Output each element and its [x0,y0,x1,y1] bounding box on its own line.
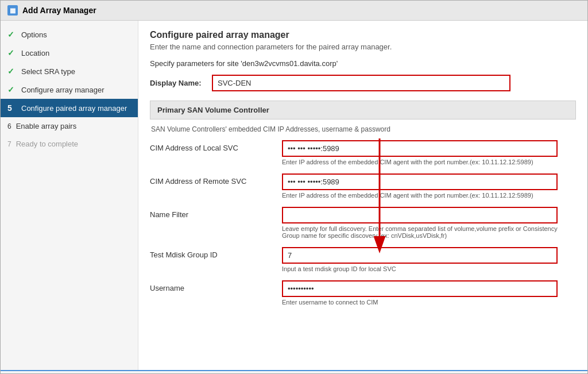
site-info: Specify parameters for site 'den3w2vcvms… [150,59,576,68]
form-hint-username: Enter username to connect to CIM [282,299,558,306]
sidebar-item-label-step3: Select SRA type [21,67,75,76]
main-content: Configure paired array manager Enter the… [138,21,587,370]
form-field-group-test-mdisk: Input a test mdisk group ID for local SV… [282,247,576,272]
form-fields: CIM Address of Local SVCEnter IP address… [150,140,576,306]
page-subtitle: Enter the name and connection parameters… [150,43,576,51]
form-hint-cim-local: Enter IP address of the embedded CIM age… [282,159,558,165]
window-title: Add Array Manager [22,6,96,15]
form-row-username: UsernameEnter username to connect to CIM [150,280,576,306]
form-label-name-filter: Name Filter [150,207,282,219]
add-array-manager-window: ▦ Add Array Manager ✓Options✓Location✓Se… [0,0,588,374]
window-icon: ▦ [7,5,18,16]
sidebar-item-label-step2: Location [21,49,49,57]
sidebar-item-step6[interactable]: 6Enable array pairs [1,117,138,135]
sidebar-item-step1[interactable]: ✓Options [1,25,138,44]
display-name-row: Display Name: [150,75,576,91]
form-row-cim-local: CIM Address of Local SVCEnter IP address… [150,140,576,165]
form-input-name-filter[interactable] [282,207,558,223]
sidebar-item-label-step7: Ready to complete [16,140,78,148]
sidebar-item-label-step1: Options [21,30,47,39]
form-hint-test-mdisk: Input a test mdisk group ID for local SV… [282,265,558,272]
form-row-name-filter: Name FilterLeave empty for full discover… [150,207,576,239]
form-input-cim-remote[interactable] [282,173,558,190]
form-field-group-name-filter: Leave empty for full discovery. Enter co… [282,207,576,239]
page-title: Configure paired array manager [150,30,576,40]
form-row-test-mdisk: Test Mdisk Group IDInput a test mdisk gr… [150,247,576,272]
form-label-cim-remote: CIM Address of Remote SVC [150,173,282,186]
form-field-group-cim-remote: Enter IP address of the embedded CIM age… [282,173,576,199]
sidebar-item-label-step5: Configure paired array manager [21,104,127,113]
title-bar: ▦ Add Array Manager [1,1,587,21]
sidebar-item-step4[interactable]: ✓Configure array manager [1,80,138,99]
form-hint-name-filter: Leave empty for full discovery. Enter co… [282,225,558,239]
section-header: Primary SAN Volume Controller [150,101,576,119]
form-input-test-mdisk[interactable] [282,247,558,264]
sidebar-item-step3[interactable]: ✓Select SRA type [1,62,138,80]
display-name-label: Display Name: [150,79,207,87]
sidebar-item-label-step6: Enable array pairs [16,122,77,130]
form-input-cim-local[interactable] [282,140,558,157]
form-row-cim-remote: CIM Address of Remote SVCEnter IP addres… [150,173,576,199]
form-input-username[interactable] [282,280,558,297]
form-label-test-mdisk: Test Mdisk Group ID [150,247,282,259]
sidebar-item-label-step4: Configure array manager [21,86,105,94]
sidebar-item-step5[interactable]: 5Configure paired array manager [1,99,138,117]
form-field-group-username: Enter username to connect to CIM [282,280,576,306]
display-name-input[interactable] [212,75,510,91]
form-field-group-cim-local: Enter IP address of the embedded CIM age… [282,140,576,165]
sidebar-item-step2[interactable]: ✓Location [1,44,138,62]
bottom-bar [1,370,587,373]
sidebar: ✓Options✓Location✓Select SRA type✓Config… [1,21,138,370]
content-area: ✓Options✓Location✓Select SRA type✓Config… [1,21,587,370]
sidebar-item-step7: 7Ready to complete [1,135,138,153]
form-hint-cim-remote: Enter IP address of the embedded CIM age… [282,192,558,199]
form-label-username: Username [150,280,282,292]
section-desc: SAN Volume Controllers' embedded CIM IP … [150,125,576,133]
form-label-cim-local: CIM Address of Local SVC [150,140,282,152]
